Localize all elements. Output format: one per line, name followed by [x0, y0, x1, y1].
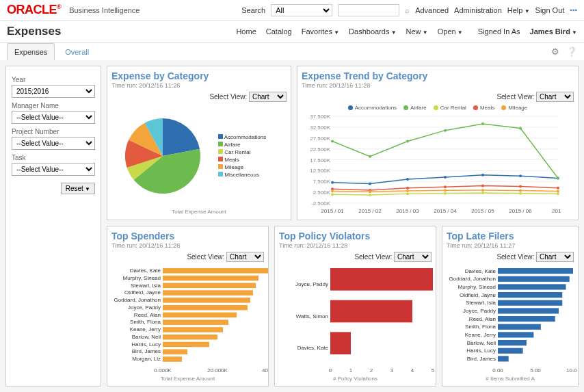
svg-point-37	[519, 127, 522, 129]
time-run: Time run: 20/12/16 11:28	[111, 82, 287, 89]
svg-point-44	[519, 192, 522, 195]
svg-rect-111	[498, 308, 559, 313]
tab-overall[interactable]: Overall	[57, 43, 96, 60]
svg-text:37.500K: 37.500K	[310, 114, 330, 120]
apps-icon[interactable]: ▪▪▪	[570, 6, 577, 14]
nav-dashboards[interactable]: Dashboards	[349, 27, 396, 36]
svg-text:Joyce, Paddy: Joyce, Paddy	[128, 304, 161, 311]
svg-text:Reed, Alan: Reed, Alan	[469, 316, 496, 322]
help-icon[interactable]: ❔	[566, 47, 577, 57]
view-select[interactable]: Chart	[536, 252, 574, 262]
svg-rect-82	[163, 349, 187, 354]
svg-point-48	[406, 187, 409, 190]
nav-new[interactable]: New	[406, 27, 428, 36]
help-menu[interactable]: Help	[507, 6, 530, 14]
svg-text:1: 1	[349, 367, 353, 374]
svg-text:12.500K: 12.500K	[310, 168, 330, 174]
nav-favorites[interactable]: Favorites	[302, 27, 339, 36]
svg-point-40	[369, 194, 371, 196]
line-chart[interactable]: -2.500K2.500K7.500K12.500K17.500K22.500K…	[302, 113, 561, 215]
svg-text:7.500K: 7.500K	[313, 179, 331, 185]
nav-catalog[interactable]: Catalog	[266, 27, 292, 36]
tab-expenses[interactable]: Expenses	[7, 43, 55, 60]
svg-text:Bird, James: Bird, James	[132, 348, 161, 354]
svg-rect-109	[498, 300, 562, 306]
svg-text:2015 / 06: 2015 / 06	[509, 208, 532, 214]
view-select[interactable]: Chart	[394, 252, 432, 262]
bar-chart-violators[interactable]: Joyce, PaddyWatts, SimonDavies, Kate0123…	[279, 265, 436, 374]
task-label: Task	[12, 154, 95, 161]
reset-button[interactable]: Reset	[61, 183, 95, 194]
line-legend: AccommodationsAirfareCar RentalMealsMile…	[302, 105, 574, 111]
svg-point-38	[557, 177, 559, 179]
svg-rect-70	[163, 305, 248, 311]
manager-select[interactable]: --Select Value--	[12, 111, 95, 124]
view-select[interactable]: Chart	[249, 92, 287, 102]
svg-text:5.00: 5.00	[530, 367, 541, 374]
svg-text:2: 2	[370, 367, 373, 374]
year-label: Year	[12, 76, 95, 83]
svg-text:Davies, Kate: Davies, Kate	[465, 268, 496, 274]
advanced-link[interactable]: Advanced	[415, 6, 449, 14]
svg-rect-105	[498, 284, 566, 289]
svg-point-43	[481, 192, 484, 194]
svg-text:Murphy, Sinead: Murphy, Sinead	[458, 284, 496, 290]
user-menu[interactable]: James Bird	[530, 27, 577, 36]
view-select[interactable]: Chart	[536, 92, 574, 102]
svg-text:Smith, Fiona: Smith, Fiona	[130, 319, 161, 325]
svg-point-49	[444, 185, 447, 188]
card-top-violators: Top Policy Violators Time run: 20/12/16 …	[274, 226, 436, 387]
svg-rect-101	[498, 268, 573, 274]
svg-rect-64	[163, 283, 256, 289]
dashboard-tabs: Expenses Overall ⚙ ❔	[0, 43, 584, 60]
search-scope-select[interactable]: All	[271, 4, 332, 16]
signout-link[interactable]: Sign Out	[535, 6, 565, 14]
pie-chart[interactable]	[111, 105, 214, 207]
svg-text:4: 4	[411, 367, 414, 374]
task-select[interactable]: --Select Value--	[12, 163, 95, 176]
svg-point-54	[369, 190, 371, 193]
gear-icon[interactable]: ⚙	[551, 47, 559, 57]
svg-rect-103	[498, 276, 570, 282]
svg-rect-119	[498, 340, 527, 345]
svg-rect-78	[163, 335, 217, 340]
bar-chart-spenders[interactable]: Davies, KateMurphy, SineadStewart, IslaO…	[111, 265, 269, 374]
svg-point-41	[406, 192, 409, 195]
svg-rect-74	[163, 319, 228, 325]
svg-point-58	[519, 190, 522, 192]
svg-text:Harris, Lucy: Harris, Lucy	[131, 341, 161, 348]
svg-rect-68	[163, 298, 250, 303]
time-run: Time run: 20/12/16 11:28	[111, 242, 264, 249]
time-run: Time run: 20/12/16 11:28	[302, 82, 574, 89]
search-icon[interactable]: ⌕	[405, 6, 410, 14]
svg-text:Goddard, Jonathon: Goddard, Jonathon	[114, 297, 161, 303]
svg-text:10.00: 10.00	[566, 367, 576, 374]
bar-chart-late-filers[interactable]: Davies, KateGoddard, JonathonMurphy, Sin…	[447, 265, 576, 374]
svg-point-32	[331, 140, 334, 143]
prompt-panel: Year 2015;2016 Manager Name --Select Val…	[5, 66, 101, 387]
project-select[interactable]: --Select Value--	[12, 137, 95, 150]
svg-rect-84	[163, 356, 182, 362]
nav-home[interactable]: Home	[236, 27, 256, 36]
svg-text:Murphy, Sinead: Murphy, Sinead	[123, 275, 161, 281]
svg-point-33	[369, 155, 371, 158]
oracle-logo: ORACLE®	[7, 3, 61, 17]
nav-open[interactable]: Open	[438, 27, 463, 36]
manager-label: Manager Name	[12, 102, 95, 109]
card-top-spenders: Top Spenders Time run: 20/12/16 11:28 Se…	[107, 226, 269, 387]
svg-text:Davies, Kate: Davies, Kate	[297, 345, 329, 351]
svg-text:Watts, Simon: Watts, Simon	[296, 313, 328, 319]
card-title: Top Policy Violators	[279, 231, 432, 241]
svg-text:Harris, Lucy: Harris, Lucy	[466, 348, 496, 354]
svg-point-36	[481, 122, 484, 125]
card-expense-by-category: Expense by Category Time run: 20/12/16 1…	[107, 66, 291, 220]
svg-text:Barlow, Neil: Barlow, Neil	[132, 334, 161, 340]
year-select[interactable]: 2015;2016	[12, 85, 95, 98]
view-select[interactable]: Chart	[226, 252, 264, 262]
svg-point-45	[557, 192, 559, 195]
search-input[interactable]	[338, 4, 399, 16]
svg-text:Oldfield, Jayne: Oldfield, Jayne	[460, 292, 496, 298]
admin-link[interactable]: Administration	[454, 6, 502, 14]
svg-text:22.500K: 22.500K	[310, 146, 330, 153]
svg-rect-115	[498, 324, 541, 330]
